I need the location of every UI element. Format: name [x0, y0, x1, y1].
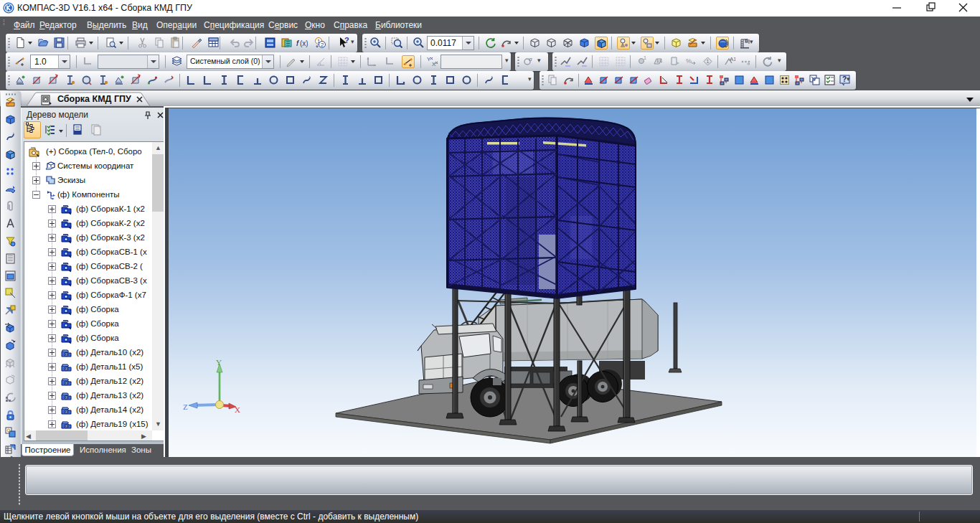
svg-text:2: 2 [321, 42, 324, 48]
svg-text:X: X [235, 405, 240, 414]
svg-text:?: ? [344, 37, 349, 44]
svg-text:α: α [529, 56, 532, 62]
svg-text:1:1: 1:1 [656, 59, 663, 63]
svg-text:f: f [296, 39, 299, 47]
svg-text:1: 1 [707, 59, 710, 64]
svg-text:Z: Z [183, 402, 188, 411]
svg-text:Y: Y [216, 358, 222, 367]
svg-text:A1: A1 [730, 56, 735, 62]
svg-text:%: % [686, 57, 692, 65]
svg-text:1: 1 [644, 55, 646, 60]
svg-text:(x): (x) [300, 39, 308, 47]
